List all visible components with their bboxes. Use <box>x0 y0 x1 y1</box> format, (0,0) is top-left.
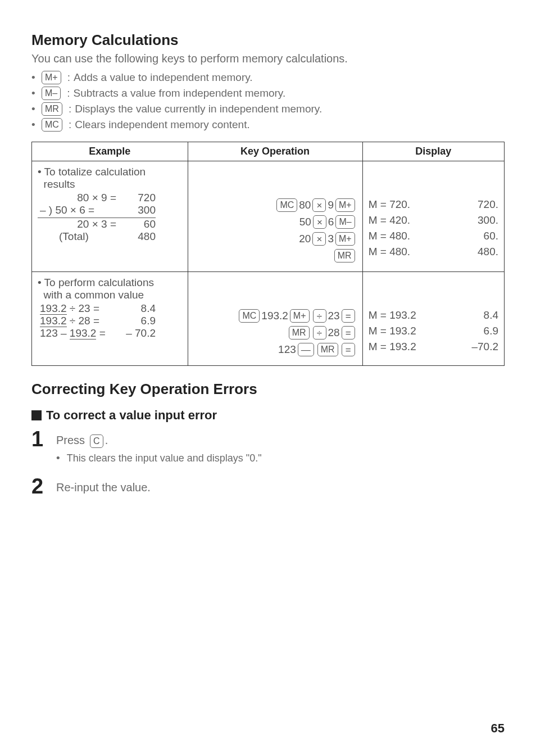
step-text: Press C. <box>56 428 108 448</box>
key-mr: MR <box>289 326 310 339</box>
key-divide: ÷ <box>313 326 326 339</box>
section-title-correcting: Correcting Key Operation Errors <box>31 381 505 398</box>
page-number: 65 <box>491 721 505 736</box>
step-2: 2 Re-input the value. <box>31 476 505 497</box>
num: 20 <box>299 233 311 245</box>
res: 300 <box>116 204 156 216</box>
res: – 70.2 <box>116 327 156 339</box>
disp-l: M = 480. <box>369 230 410 242</box>
example-label: • To perform calculations with a common … <box>38 277 182 301</box>
example-cell: • To totalize calculation results 80 × 9… <box>32 161 188 272</box>
table-row: • To perform calculations with a common … <box>32 272 505 366</box>
key-times: × <box>312 198 326 212</box>
num: 80 <box>299 199 311 211</box>
key-description-list: • M+ : Adds a value to independent memor… <box>31 71 505 132</box>
bullet: • <box>31 103 40 115</box>
key-mminus: M– <box>335 215 355 229</box>
disp-l: M = 420. <box>369 214 410 227</box>
key-mr: MR <box>334 249 355 262</box>
res: 480 <box>116 230 156 243</box>
num: 50 <box>299 216 311 228</box>
key-mplus: M+ <box>42 71 61 84</box>
num: 9 <box>328 199 334 211</box>
disp-r: 8.4 <box>484 309 498 322</box>
expr: (Total) <box>38 230 116 243</box>
disp-r: 480. <box>478 246 498 258</box>
disp-r: 720. <box>478 198 498 211</box>
list-item: • M+ : Adds a value to independent memor… <box>31 71 505 84</box>
black-square-icon <box>31 410 42 420</box>
t: . <box>105 434 108 446</box>
bullet: • <box>31 87 40 99</box>
step-text: Re-input the value. <box>56 476 151 494</box>
table-row: • To totalize calculation results 80 × 9… <box>32 161 505 272</box>
res: 8.4 <box>116 302 156 315</box>
expr: 123 – 193.2 = <box>38 327 116 339</box>
key-mplus: M+ <box>335 198 355 212</box>
num: 6 <box>328 216 334 228</box>
num: 23 <box>328 310 340 322</box>
expr: – ) 50 × 6 = <box>38 204 116 216</box>
colon: : <box>69 103 71 115</box>
key-mc: MC <box>276 198 297 212</box>
intro-text: You can use the following keys to perfor… <box>31 52 505 65</box>
keyop-cell: MC 80 × 9 M+ 50 × 6 M– 20 × 3 M+ <box>188 161 362 272</box>
key-mminus: M– <box>42 87 61 100</box>
th-example: Example <box>32 142 188 161</box>
section-title-memory: Memory Calculations <box>31 31 505 49</box>
keyop-cell: MC 193.2 M+ ÷ 23 = MR ÷ 28 = 123 — MR <box>188 272 362 366</box>
step-1: 1 Press C. <box>31 428 505 450</box>
num: 193.2 <box>261 310 288 322</box>
key-mc: MC <box>239 309 260 323</box>
step-sub-text: This clears the input value and displays… <box>67 452 262 464</box>
res: 720 <box>116 192 156 204</box>
expr: 193.2 ÷ 28 = <box>38 315 116 327</box>
res: 60 <box>116 218 156 230</box>
key-mplus: M+ <box>290 309 310 323</box>
key-minus: — <box>298 343 314 356</box>
bullet: • <box>56 452 64 464</box>
disp-r: 300. <box>478 214 498 227</box>
th-keyop: Key Operation <box>188 142 362 161</box>
key-c: C <box>90 434 103 448</box>
key-equals: = <box>342 309 355 323</box>
disp-l: M = 193.2 <box>369 325 416 337</box>
colon: : <box>69 119 71 131</box>
th-display: Display <box>362 142 504 161</box>
key-mc: MC <box>42 118 62 132</box>
subsection-title: To correct a value input error <box>31 408 505 423</box>
key-equals: = <box>342 343 355 356</box>
disp-l: M = 720. <box>369 198 410 211</box>
disp-r: –70.2 <box>471 341 498 353</box>
num: 3 <box>328 233 334 245</box>
key-times: × <box>313 215 326 229</box>
expr: 20 × 3 = <box>38 218 116 230</box>
step-number: 2 <box>31 476 56 497</box>
key-equals: = <box>342 326 355 339</box>
key-times: × <box>312 232 326 246</box>
example-label: • To totalize calculation results <box>38 166 182 191</box>
subsection-text: To correct a value input error <box>46 408 217 423</box>
disp-l: M = 480. <box>369 246 410 258</box>
list-item: • M– : Subtracts a value from independen… <box>31 87 505 100</box>
colon: : <box>67 87 70 99</box>
disp-l: M = 193.2 <box>369 309 416 322</box>
key-desc: Clears independent memory content. <box>75 119 250 131</box>
disp-r: 60. <box>484 230 498 242</box>
step-1-sub: • This clears the input value and displa… <box>56 452 505 464</box>
key-desc: Adds a value to independent memory. <box>74 71 253 84</box>
num: 28 <box>328 327 340 339</box>
disp-l: M = 193.2 <box>369 341 416 353</box>
res: 6.9 <box>116 315 156 327</box>
bullet: • <box>31 71 40 84</box>
t: Press <box>56 434 88 446</box>
bullet: • <box>31 119 40 131</box>
key-desc: Displays the value currently in independ… <box>75 103 322 115</box>
key-divide: ÷ <box>313 309 326 323</box>
colon: : <box>67 71 70 84</box>
example-cell: • To perform calculations with a common … <box>32 272 188 366</box>
display-cell: M = 720.720. M = 420.300. M = 480.60. M … <box>362 161 504 272</box>
num: 123 <box>278 343 296 356</box>
expr: 80 × 9 = <box>38 192 116 204</box>
display-cell: M = 193.28.4 M = 193.26.9 M = 193.2–70.2 <box>362 272 504 366</box>
